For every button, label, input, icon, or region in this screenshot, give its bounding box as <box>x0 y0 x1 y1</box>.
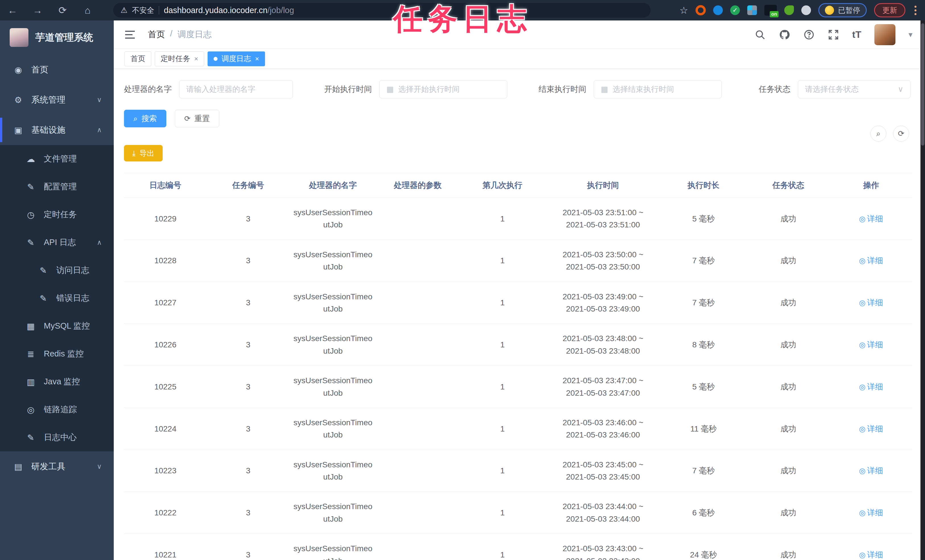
tab-定时任务[interactable]: 定时任务× <box>155 51 204 66</box>
extensions-puzzle-icon[interactable] <box>801 5 811 15</box>
sidebar-item-错误日志[interactable]: ✎错误日志 <box>0 284 114 312</box>
status-cell: 成功 <box>747 324 830 366</box>
status-cell: 成功 <box>747 282 830 324</box>
extension-blue-icon[interactable] <box>713 5 723 15</box>
sidebar-toggle-icon[interactable] <box>122 28 138 42</box>
detail-link[interactable]: ◎详细 <box>859 550 883 559</box>
detail-link[interactable]: ◎详细 <box>859 214 883 223</box>
handler-name: sysUserSessionTimeoutJob <box>293 459 373 483</box>
eye-icon: ◎ <box>859 215 866 223</box>
search-icon: ⌕ <box>133 114 138 123</box>
sidebar-item-定时任务[interactable]: ◷定时任务 <box>0 201 114 229</box>
help-icon[interactable] <box>803 29 815 41</box>
sidebar-item-研发工具[interactable]: ▤研发工具∨ <box>0 452 114 482</box>
tab-首页[interactable]: 首页 <box>125 51 151 66</box>
search-button[interactable]: ⌕ 搜索 <box>124 110 166 127</box>
sidebar-item-Redis-监控[interactable]: ≣Redis 监控 <box>0 340 114 368</box>
sidebar-item-API-日志[interactable]: ✎API 日志∧ <box>0 229 114 256</box>
scrollbar[interactable] <box>920 21 925 560</box>
extension-leaf-icon[interactable] <box>784 5 794 15</box>
extension-green-check-icon[interactable]: ✓ <box>730 5 740 15</box>
bookmark-star-icon[interactable]: ☆ <box>679 5 688 16</box>
tab-调度日志[interactable]: 调度日志× <box>208 51 265 66</box>
refresh-table-button[interactable]: ⟳ <box>893 126 909 142</box>
sidebar-menu: ◉首页⚙系统管理∨▣基础设施∧☁文件管理✎配置管理◷定时任务✎API 日志∧✎访… <box>0 54 114 482</box>
detail-link[interactable]: ◎详细 <box>859 298 883 307</box>
job-log-table: 日志编号任务编号处理器的名字处理器的参数第几次执行执行时间执行时长任务状态操作 … <box>124 173 913 560</box>
export-button[interactable]: ⤓ 导出 <box>124 145 163 161</box>
sidebar-item-系统管理[interactable]: ⚙系统管理∨ <box>0 85 114 115</box>
avatar-caret-icon[interactable]: ▾ <box>908 30 913 39</box>
job-id-cell: 3 <box>207 324 289 366</box>
sidebar-item-MySQL-监控[interactable]: ▦MySQL 监控 <box>0 312 114 340</box>
fullscreen-icon[interactable] <box>828 29 839 41</box>
search-icon[interactable] <box>755 29 766 41</box>
job-status-select-field[interactable] <box>805 85 893 94</box>
end-time-input-field[interactable] <box>613 85 714 94</box>
detail-link[interactable]: ◎详细 <box>859 256 883 265</box>
handler-name-input-field[interactable] <box>186 85 286 94</box>
param-cell <box>376 198 459 240</box>
close-icon[interactable]: × <box>255 55 259 63</box>
column-header: 第几次执行 <box>459 173 546 198</box>
sidebar-item-label: 链路追踪 <box>44 404 77 415</box>
sidebar-item-Java-监控[interactable]: ▥Java 监控 <box>0 368 114 396</box>
end-time-picker[interactable]: ▦ <box>594 80 722 98</box>
browser-back-icon[interactable]: ← <box>0 5 25 16</box>
time-end: 2021-05-03 23:44:00 <box>546 513 660 525</box>
begin-time-picker[interactable]: ▦ <box>379 80 507 98</box>
toggle-search-button[interactable]: ⌕ <box>871 126 886 142</box>
detail-link[interactable]: ◎详细 <box>859 466 883 475</box>
address-bar[interactable]: ⚠ 不安全 dashboard.yudao.iocoder.cn/job/log <box>113 3 651 18</box>
extension-switch-icon[interactable]: on <box>764 5 777 16</box>
logo[interactable]: 芋道管理系统 <box>0 21 114 54</box>
sidebar-item-访问日志[interactable]: ✎访问日志 <box>0 256 114 284</box>
exec-time-cell: 2021-05-03 23:47:00 ~2021-05-03 23:47:00 <box>546 366 660 408</box>
chevron-up-icon: ∧ <box>97 126 102 134</box>
browser-reload-icon[interactable]: ⟳ <box>50 5 75 16</box>
browser-forward-icon[interactable]: → <box>25 5 50 16</box>
time-start: 2021-05-03 23:48:00 ~ <box>546 332 660 345</box>
sidebar-item-label: 研发工具 <box>31 461 65 473</box>
sidebar-item-文件管理[interactable]: ☁文件管理 <box>0 145 114 173</box>
browser-menu-icon[interactable] <box>913 6 918 15</box>
detail-link[interactable]: ◎详细 <box>859 508 883 517</box>
font-size-icon[interactable]: tT <box>852 29 861 40</box>
job-id-cell: 3 <box>207 408 289 450</box>
scrollbar-thumb[interactable] <box>921 23 924 146</box>
breadcrumb-home[interactable]: 首页 <box>148 29 165 41</box>
browser-profile-chip[interactable]: 已暂停 <box>818 3 867 17</box>
detail-label: 详细 <box>867 214 883 223</box>
job-id-cell: 3 <box>207 450 289 492</box>
github-icon[interactable] <box>779 29 790 41</box>
browser-home-icon[interactable]: ⌂ <box>75 5 100 16</box>
duration-cell: 7 毫秒 <box>660 239 747 282</box>
sidebar-item-日志中心[interactable]: ✎日志中心 <box>0 423 114 452</box>
action-cell: ◎详细 <box>830 366 913 408</box>
time-start: 2021-05-03 23:50:00 ~ <box>546 248 660 260</box>
url-domain: dashboard.yudao.iocoder.cn <box>164 6 267 15</box>
exec-time-cell: 2021-05-03 23:44:00 ~2021-05-03 23:44:00 <box>546 492 660 534</box>
extension-orange-icon[interactable] <box>696 5 706 15</box>
extension-grid-icon[interactable] <box>747 5 757 15</box>
begin-time-input-field[interactable] <box>398 85 500 94</box>
status-cell: 成功 <box>747 534 830 560</box>
detail-link[interactable]: ◎详细 <box>859 425 883 433</box>
sidebar-item-基础设施[interactable]: ▣基础设施∧ <box>0 115 114 145</box>
detail-link[interactable]: ◎详细 <box>859 340 883 349</box>
tags-view-bar: 首页定时任务×调度日志× <box>114 49 925 69</box>
sidebar-item-label: 系统管理 <box>31 94 65 106</box>
duration-cell: 11 毫秒 <box>660 408 747 450</box>
job-status-select[interactable]: ∨ <box>798 80 910 98</box>
reset-button[interactable]: ⟳ 重置 <box>175 110 219 127</box>
duration-cell: 5 毫秒 <box>660 198 747 240</box>
sidebar-item-首页[interactable]: ◉首页 <box>0 54 114 85</box>
user-avatar[interactable] <box>874 24 895 45</box>
sidebar-item-链路追踪[interactable]: ◎链路追踪 <box>0 396 114 423</box>
browser-update-button[interactable]: 更新 <box>874 3 905 17</box>
close-icon[interactable]: × <box>194 55 198 63</box>
sidebar-item-配置管理[interactable]: ✎配置管理 <box>0 173 114 201</box>
detail-link[interactable]: ◎详细 <box>859 382 883 391</box>
status-cell: 成功 <box>747 492 830 534</box>
handler-name-input[interactable] <box>179 80 293 98</box>
